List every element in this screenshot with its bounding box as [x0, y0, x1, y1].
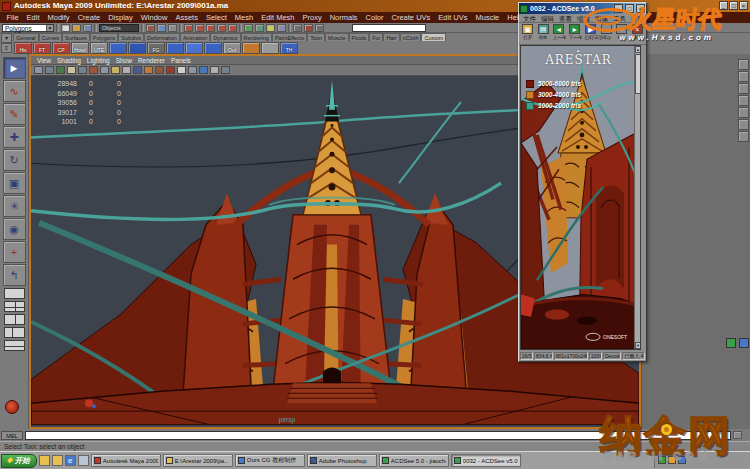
mask-surfaces-icon[interactable]: [206, 24, 215, 32]
shelf-button[interactable]: [128, 42, 146, 54]
taskbar-task[interactable]: E:\Arestar 2009\jia...: [163, 454, 233, 467]
internet-explorer-icon[interactable]: e: [65, 455, 76, 466]
maya-menu-item[interactable]: Assets: [172, 12, 202, 23]
quicklaunch-folder-icon[interactable]: [39, 455, 50, 466]
viewport-toolbar-icon[interactable]: [166, 66, 175, 74]
quicklaunch-folder2-icon[interactable]: [52, 455, 63, 466]
shelf-tab[interactable]: Muscle: [325, 33, 348, 41]
maya-menu-item[interactable]: Normals: [326, 12, 361, 23]
shelf-button[interactable]: [242, 42, 260, 54]
snap-curve-icon[interactable]: [255, 24, 264, 32]
shelf-tab[interactable]: Hair: [383, 33, 399, 41]
viewport-toolbar-icon[interactable]: [100, 66, 109, 74]
shelf-tab[interactable]: Animation: [180, 33, 210, 41]
rotate-tool-icon[interactable]: ↻: [3, 149, 26, 171]
shelf-tab[interactable]: General: [13, 33, 39, 41]
maya-menu-item[interactable]: Muscle: [472, 12, 503, 23]
viewport-toolbar-icon[interactable]: [144, 66, 153, 74]
mel-toggle-button[interactable]: MEL: [1, 431, 23, 440]
shelf-tab[interactable]: Curves: [39, 33, 62, 41]
shelf-button[interactable]: [261, 42, 279, 54]
shelf-tab[interactable]: Fluids: [349, 33, 370, 41]
acdsee-menu-item[interactable]: 查看: [557, 14, 574, 22]
shelf-tab[interactable]: Surfaces: [62, 33, 90, 41]
menu-set-selector[interactable]: Polygons▼: [2, 24, 54, 32]
shelf-button[interactable]: TH: [280, 42, 298, 54]
maya-menu-item[interactable]: Edit UVs: [435, 12, 471, 23]
select-object-icon[interactable]: [157, 24, 166, 32]
soft-mod-tool-icon[interactable]: ◉: [3, 218, 26, 240]
show-manipulator-icon[interactable]: +: [3, 241, 26, 263]
acdsee-tool-button[interactable]: − 缩小: [600, 24, 613, 40]
acdsee-tool-button[interactable]: + 放大: [615, 24, 628, 40]
select-tool-icon[interactable]: ►: [3, 57, 26, 79]
shelf-button[interactable]: FG: [147, 42, 165, 54]
snap-point-icon[interactable]: [266, 24, 275, 32]
mel-input[interactable]: [25, 431, 731, 440]
acdsee-menu-item[interactable]: 工具: [611, 14, 628, 22]
viewport-toolbar-icon[interactable]: [89, 66, 98, 74]
ipr-render-icon[interactable]: [304, 24, 313, 32]
lasso-tool-icon[interactable]: ∿: [3, 80, 26, 102]
maya-menu-item[interactable]: Window: [137, 12, 171, 23]
start-button[interactable]: ❖ 开始: [1, 454, 37, 468]
acdsee-menu-item[interactable]: 编辑: [539, 14, 556, 22]
maya-menu-item[interactable]: Mesh: [231, 12, 256, 23]
render-settings-icon[interactable]: [315, 24, 324, 32]
render-current-frame-icon[interactable]: [293, 24, 302, 32]
acdsee-tool-button[interactable]: ▤ 浏览: [536, 24, 549, 40]
mask-points-icon[interactable]: [184, 24, 193, 32]
shelf-button[interactable]: CP: [52, 42, 70, 54]
shelf-button[interactable]: UTE: [90, 42, 108, 54]
viewport-toolbar-icon[interactable]: [78, 66, 87, 74]
vertical-scrollbar[interactable]: ▲ ▼: [634, 46, 640, 349]
maximize-icon[interactable]: □: [625, 4, 634, 13]
tray-icon[interactable]: [668, 456, 676, 464]
panel-menu-item[interactable]: Shading: [55, 56, 83, 64]
maya-menu-item[interactable]: Edit Mesh: [258, 12, 298, 23]
maya-menu-item[interactable]: Create: [74, 12, 104, 23]
select-component-icon[interactable]: [168, 24, 177, 32]
shelf-button[interactable]: [185, 42, 203, 54]
viewport-toolbar-icon[interactable]: [155, 66, 164, 74]
acdsee-shortcut-icon[interactable]: [726, 338, 736, 348]
snap-grid-icon[interactable]: [244, 24, 253, 32]
maya-menu-item[interactable]: Edit: [23, 12, 43, 23]
layout-two-pane-icon[interactable]: [4, 314, 25, 325]
outliner-icon[interactable]: [738, 107, 749, 118]
tool-settings-icon[interactable]: [738, 71, 749, 82]
acdsee-menu-item[interactable]: 缩放: [575, 14, 592, 22]
mask-rendering-icon[interactable]: [228, 24, 237, 32]
shelf-tab[interactable]: Subdivs: [118, 33, 144, 41]
viewport-toolbar-icon[interactable]: [210, 66, 219, 74]
maya-menu-item[interactable]: Color: [362, 12, 387, 23]
taskbar-task[interactable]: ACDSee 5.0 - jiaocheng: [379, 454, 449, 467]
help-panel-icon[interactable]: [738, 131, 749, 142]
acdsee-menu-item[interactable]: 文件: [521, 14, 538, 22]
layout-four-pane-icon[interactable]: [4, 301, 25, 312]
close-icon[interactable]: ×: [636, 4, 645, 13]
taskbar-task[interactable]: 0032 - ACDSee v5.0: [451, 454, 521, 467]
panel-menu-item[interactable]: Renderer: [136, 56, 167, 64]
scroll-down-icon[interactable]: ▼: [635, 342, 641, 349]
snap-plane-icon[interactable]: [277, 24, 286, 32]
shelf-button[interactable]: His: [14, 42, 32, 54]
viewport-toolbar-icon[interactable]: [56, 66, 65, 74]
taskbar-task[interactable]: Autodesk Maya 2009 ...: [91, 454, 161, 467]
viewport-toolbar-icon[interactable]: [188, 66, 197, 74]
panel-menu-item[interactable]: Lighting: [85, 56, 112, 64]
viewport-toolbar-icon[interactable]: [133, 66, 142, 74]
acdsee-tool-button[interactable]: ◄ 上一张: [552, 24, 566, 40]
viewport-toolbar-icon[interactable]: [221, 66, 230, 74]
shelf-list-icon[interactable]: ≡: [1, 43, 12, 53]
tray-icon[interactable]: [678, 456, 686, 464]
minimize-icon[interactable]: _: [719, 1, 728, 10]
viewport-toolbar-icon[interactable]: [177, 66, 186, 74]
tray-icon[interactable]: [658, 456, 666, 464]
shelf-tab[interactable]: Custom: [421, 33, 446, 41]
viewport-toolbar-icon[interactable]: [45, 66, 54, 74]
toolbox-bottom-icon[interactable]: [5, 400, 19, 414]
maya-menu-item[interactable]: File: [3, 12, 22, 23]
maya-menu-item[interactable]: Modify: [44, 12, 73, 23]
maya-menu-item[interactable]: Create UVs: [388, 12, 434, 23]
